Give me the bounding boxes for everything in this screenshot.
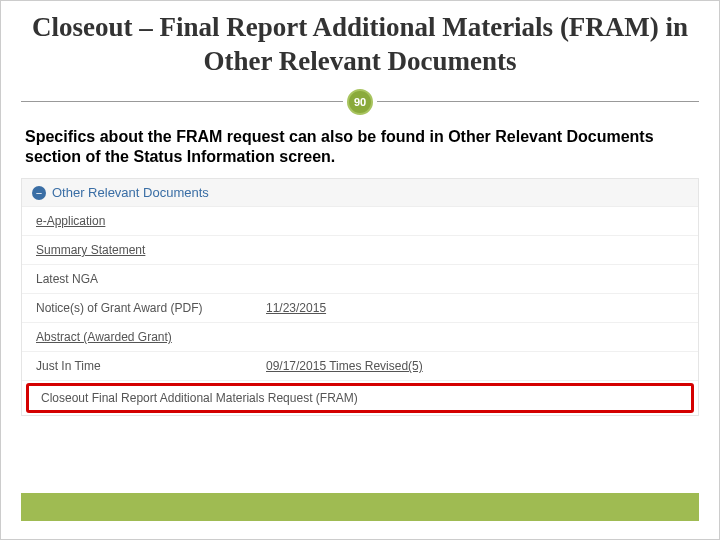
row-summary-statement: Summary Statement xyxy=(22,236,698,265)
value-just-in-time[interactable]: 09/17/2015 Times Revised(5) xyxy=(266,359,684,373)
label-e-application[interactable]: e-Application xyxy=(36,214,266,228)
label-latest-nga: Latest NGA xyxy=(36,272,266,286)
lead-text: Specifics about the FRAM request can als… xyxy=(1,123,719,177)
slide-number-badge: 90 xyxy=(347,89,373,115)
footer-bar xyxy=(21,493,699,521)
label-notice-of-grant-award: Notice(s) of Grant Award (PDF) xyxy=(36,301,266,315)
value-notice-of-grant-award[interactable]: 11/23/2015 xyxy=(266,301,684,315)
row-e-application: e-Application xyxy=(22,207,698,236)
row-closeout-fram-highlight: Closeout Final Report Additional Materia… xyxy=(26,383,694,413)
other-relevant-documents-panel: − Other Relevant Documents e-Application… xyxy=(21,178,699,416)
row-abstract: Abstract (Awarded Grant) xyxy=(22,323,698,352)
divider-right xyxy=(377,101,699,102)
row-notice-of-grant-award: Notice(s) of Grant Award (PDF) 11/23/201… xyxy=(22,294,698,323)
slide: Closeout – Final Report Additional Mater… xyxy=(0,0,720,540)
label-abstract[interactable]: Abstract (Awarded Grant) xyxy=(36,330,266,344)
label-just-in-time: Just In Time xyxy=(36,359,266,373)
row-latest-nga: Latest NGA xyxy=(22,265,698,294)
row-just-in-time: Just In Time 09/17/2015 Times Revised(5) xyxy=(22,352,698,381)
badge-divider: 90 xyxy=(21,89,699,115)
collapse-icon[interactable]: − xyxy=(32,186,46,200)
panel-title: Other Relevant Documents xyxy=(52,185,209,200)
label-summary-statement[interactable]: Summary Statement xyxy=(36,243,266,257)
label-closeout-fram[interactable]: Closeout Final Report Additional Materia… xyxy=(41,391,358,405)
slide-title: Closeout – Final Report Additional Mater… xyxy=(1,1,719,83)
divider-left xyxy=(21,101,343,102)
panel-header[interactable]: − Other Relevant Documents xyxy=(22,179,698,207)
